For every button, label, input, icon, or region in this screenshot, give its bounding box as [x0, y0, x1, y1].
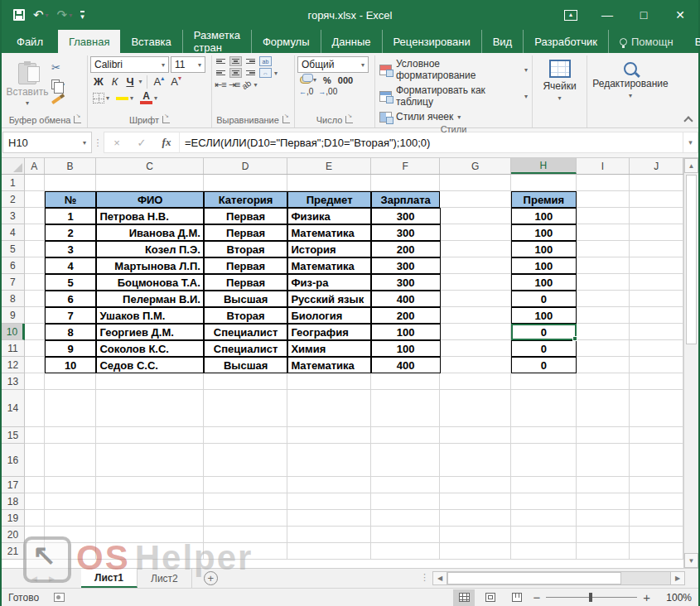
cell-H13[interactable]	[511, 373, 577, 390]
row-header-9[interactable]: 9	[2, 307, 25, 324]
sign-in-button[interactable]: Вход	[684, 30, 700, 53]
cell-F21[interactable]	[371, 543, 441, 560]
cell-G10[interactable]	[441, 324, 512, 340]
cell-A17[interactable]	[25, 477, 45, 493]
tab-формулы[interactable]: Формулы	[252, 30, 321, 53]
cell-D15[interactable]	[204, 427, 288, 444]
cell-A14[interactable]	[25, 390, 45, 427]
fill-color-button[interactable]: ▾	[113, 93, 136, 103]
zoom-slider[interactable]	[546, 597, 637, 598]
cell-D6[interactable]: Первая	[204, 257, 288, 274]
row-header-16[interactable]: 16	[2, 444, 25, 477]
cell-J14[interactable]	[630, 390, 683, 427]
cell-H10[interactable]: 0	[511, 324, 577, 340]
cell-J21[interactable]	[630, 543, 683, 560]
cell-C7[interactable]: Боцмонова Т.А.	[96, 274, 203, 291]
cell-G18[interactable]	[440, 493, 511, 510]
cell-H6[interactable]: 100	[511, 257, 577, 274]
cell-A2[interactable]	[25, 191, 45, 208]
cell-E5[interactable]: История	[287, 241, 371, 257]
cell-G14[interactable]	[440, 390, 511, 427]
increase-font-button[interactable]: А	[152, 75, 167, 88]
cell-J8[interactable]	[630, 291, 683, 307]
align-middle-button[interactable]	[229, 56, 242, 66]
cell-G15[interactable]	[440, 427, 511, 444]
cell-I8[interactable]	[577, 291, 630, 307]
cell-F15[interactable]	[371, 427, 441, 444]
cell-C20[interactable]	[96, 527, 203, 543]
cell-B2[interactable]: №	[45, 191, 97, 208]
cell-E21[interactable]	[287, 543, 371, 560]
cell-E20[interactable]	[287, 527, 371, 543]
underline-button[interactable]: Ч	[123, 75, 137, 89]
cell-I9[interactable]	[577, 307, 630, 324]
cell-G13[interactable]	[440, 373, 511, 390]
expand-formula-bar-icon[interactable]: ▾	[683, 132, 698, 153]
cell-A4[interactable]	[25, 224, 45, 241]
customize-qat-icon[interactable]: ▾	[80, 11, 84, 20]
cell-F10[interactable]: 100	[371, 324, 441, 340]
cell-C9[interactable]: Ушаков П.М.	[96, 307, 203, 324]
cell-G4[interactable]	[441, 224, 512, 241]
cell-I19[interactable]	[577, 510, 630, 527]
cell-E8[interactable]: Русский язык	[287, 291, 371, 307]
cell-F18[interactable]	[371, 493, 441, 510]
cell-G12[interactable]	[441, 357, 512, 373]
cell-C11[interactable]: Соколов К.С.	[96, 340, 203, 357]
cell-D17[interactable]	[204, 477, 288, 493]
cell-J6[interactable]	[630, 257, 683, 274]
font-name-combo[interactable]: Calibri▾	[90, 56, 169, 73]
cell-F1[interactable]	[371, 175, 441, 191]
page-break-view-button[interactable]	[506, 589, 528, 606]
cell-A19[interactable]	[25, 510, 45, 527]
column-header-A[interactable]: A	[25, 158, 45, 174]
row-header-11[interactable]: 11	[2, 340, 25, 357]
cell-J4[interactable]	[630, 224, 683, 241]
column-header-F[interactable]: F	[371, 158, 441, 174]
column-header-J[interactable]: J	[630, 158, 683, 174]
cell-B7[interactable]: 5	[45, 274, 97, 291]
minimize-button[interactable]: —	[589, 0, 625, 30]
cell-B1[interactable]	[45, 175, 97, 191]
row-header-20[interactable]: 20	[2, 527, 25, 543]
paste-dropdown-icon[interactable]: ▾	[26, 99, 29, 107]
cell-D2[interactable]: Категория	[204, 191, 288, 208]
sheet-scroll-arrows[interactable]: ◀▶	[2, 569, 81, 588]
tab-file[interactable]: Файл	[2, 30, 58, 53]
cell-B10[interactable]: 8	[45, 324, 97, 340]
row-header-3[interactable]: 3	[2, 208, 25, 224]
cell-B21[interactable]	[45, 543, 97, 560]
copy-button[interactable]: ▾	[49, 78, 67, 91]
cell-F16[interactable]	[371, 444, 441, 477]
align-left-button[interactable]	[215, 68, 227, 78]
cell-D3[interactable]: Первая	[204, 208, 288, 224]
column-header-I[interactable]: I	[577, 158, 630, 174]
cell-F12[interactable]: 400	[371, 357, 441, 373]
merge-center-icon[interactable]: ⇔	[259, 68, 272, 78]
cell-E17[interactable]	[287, 477, 371, 493]
zoom-slider-thumb[interactable]	[589, 593, 592, 602]
cell-C8[interactable]: Пелерман В.И.	[96, 291, 203, 307]
cell-I4[interactable]	[577, 224, 630, 241]
orientation-button[interactable]: ab	[240, 79, 253, 91]
cell-I13[interactable]	[577, 373, 630, 390]
redo-button[interactable]: ↷▾	[57, 7, 73, 22]
cell-I6[interactable]	[577, 257, 630, 274]
cell-B14[interactable]	[45, 390, 97, 427]
clipboard-dialog-launcher-icon[interactable]	[74, 116, 81, 123]
row-header-10[interactable]: 10	[2, 324, 25, 340]
cell-C19[interactable]	[96, 510, 203, 527]
cell-F17[interactable]	[371, 477, 441, 493]
cell-E9[interactable]: Биология	[287, 307, 371, 324]
cell-F7[interactable]: 300	[371, 274, 441, 291]
vertical-scrollbar[interactable]: ▲ ▼	[683, 158, 698, 568]
cell-I12[interactable]	[577, 357, 630, 373]
cell-D16[interactable]	[204, 444, 288, 477]
cell-F11[interactable]: 100	[371, 340, 441, 357]
borders-button[interactable]: ▾	[90, 91, 112, 105]
cell-F19[interactable]	[371, 510, 441, 527]
cell-D14[interactable]	[204, 390, 288, 427]
cell-G8[interactable]	[441, 291, 512, 307]
wrap-text-icon[interactable]: ab	[259, 56, 272, 66]
cell-C2[interactable]: ФИО	[96, 191, 203, 208]
